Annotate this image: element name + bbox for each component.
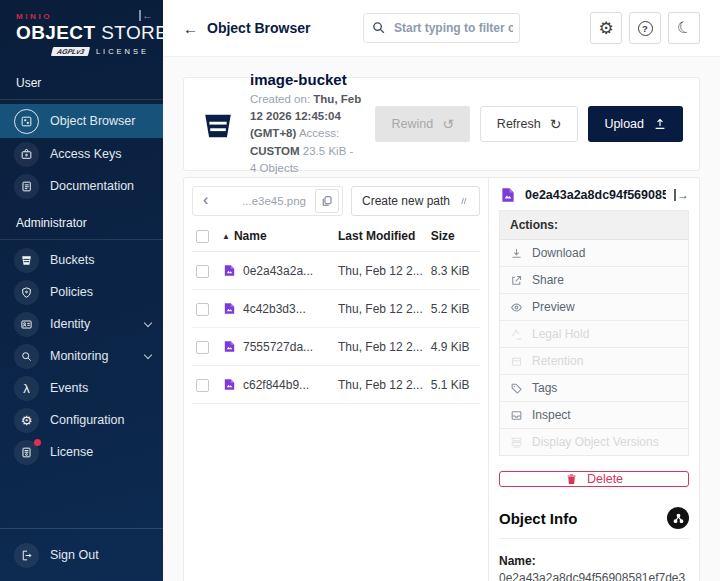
sidebar-item-object-browser[interactable]: Object Browser [0, 104, 163, 138]
object-name: 4c42b3d3... [243, 302, 306, 316]
tags-icon [510, 382, 523, 395]
bucket-header-card: image-bucket Created on: Thu, Feb 12 202… [183, 77, 700, 171]
copy-path-button[interactable] [315, 189, 339, 213]
app-window: ← MINIO OBJECT STORE AGPLv3 LICENSE User… [0, 0, 720, 581]
sidebar-section-administrator: Administrator [0, 202, 163, 240]
moon-icon: ☾ [675, 18, 694, 38]
path-back-icon[interactable]: ‹ [203, 192, 208, 208]
sidebar-item-label: Object Browser [50, 114, 135, 128]
refresh-icon: ↻ [550, 117, 562, 131]
brand-logo: ← MINIO OBJECT STORE AGPLv3 LICENSE [0, 0, 163, 62]
selected-object-name: 0e2a43a2a8dc94f5690858... [525, 188, 666, 202]
sidebar-section-user: User [0, 62, 163, 100]
events-lambda-icon: λ [14, 376, 39, 401]
back-arrow-icon[interactable]: ← [183, 21, 198, 36]
copy-icon [321, 195, 333, 207]
sidebar-item-license[interactable]: License [0, 436, 163, 468]
sidebar-item-policies[interactable]: Policies [0, 276, 163, 308]
identity-card-icon [14, 312, 39, 337]
retention-icon [510, 355, 523, 368]
object-detail-panel: 0e2a43a2a8dc94f5690858... → Actions: Dow… [489, 178, 699, 581]
path-breadcrumb: ‹ ...e3e45.png [192, 186, 343, 216]
object-size: 5.2 KiB [427, 290, 480, 328]
object-name-value: 0e2a43a2a8dc94f56908581ef7de3e45.png [499, 570, 689, 581]
upload-icon [653, 117, 667, 131]
settings-button[interactable]: ⚙ [590, 12, 622, 44]
table-row[interactable]: 4c42b3d3... Thu, Feb 12 2... 5.2 KiB [192, 290, 480, 328]
sidebar-item-label: Configuration [50, 413, 124, 427]
object-list-pane: ‹ ...e3e45.png Create new path [184, 178, 489, 581]
column-header-name[interactable]: ▲Name [218, 220, 334, 252]
gear-icon: ⚙ [598, 20, 613, 37]
create-path-icon [457, 195, 469, 207]
license-icon [14, 440, 39, 465]
sort-asc-icon: ▲ [222, 232, 230, 241]
buckets-icon [14, 248, 39, 273]
sidebar-item-identity[interactable]: Identity [0, 308, 163, 340]
configuration-gear-icon: ⚙ [14, 408, 39, 433]
column-header-size[interactable]: Size [427, 220, 480, 252]
sidebar-item-label: Identity [50, 317, 90, 331]
download-icon [510, 247, 523, 260]
inspect-icon [510, 409, 523, 422]
sidebar-item-configuration[interactable]: ⚙ Configuration [0, 404, 163, 436]
sidebar-item-access-keys[interactable]: Access Keys [0, 138, 163, 170]
sign-out-label: Sign Out [50, 548, 99, 562]
sidebar-item-events[interactable]: λ Events [0, 372, 163, 404]
page-title: Object Browser [207, 20, 310, 36]
sidebar-divider [0, 528, 163, 529]
sidebar-item-label: Access Keys [50, 147, 122, 161]
sidebar-item-documentation[interactable]: Documentation [0, 170, 163, 202]
help-button[interactable]: ? [629, 12, 661, 44]
action-inspect[interactable]: Inspect [500, 402, 688, 429]
bucket-access-value: CUSTOM [250, 145, 300, 157]
bucket-name: image-bucket [250, 71, 361, 88]
table-row[interactable]: 0e2a43a2a... Thu, Feb 12 2... 8.3 KiB [192, 252, 480, 290]
product-name: OBJECT STORE [16, 22, 149, 44]
rewind-icon: ↺ [442, 117, 454, 131]
delete-button[interactable]: Delete [499, 471, 689, 487]
sidebar-item-monitoring[interactable]: Monitoring [0, 340, 163, 372]
close-panel-icon[interactable]: → [674, 189, 689, 201]
upload-button[interactable]: Upload [588, 106, 683, 142]
agpl-badge: AGPLv3 [51, 47, 90, 56]
object-browser-card: ‹ ...e3e45.png Create new path [183, 177, 700, 581]
sidebar-collapse-icon[interactable]: ← [139, 10, 153, 21]
filter-objects-input[interactable] [363, 13, 520, 43]
action-share[interactable]: Share [500, 267, 688, 294]
object-modified: Thu, Feb 12 2... [334, 366, 427, 404]
license-notification-dot [34, 439, 41, 446]
create-new-path-button[interactable]: Create new path [351, 186, 480, 216]
theme-toggle-button[interactable]: ☾ [668, 12, 700, 44]
row-checkbox[interactable] [196, 303, 209, 316]
topbar: ← Object Browser ⚙ ? ☾ [163, 0, 720, 57]
action-download[interactable]: Download [500, 240, 688, 267]
image-file-icon [499, 186, 517, 204]
column-header-last-modified[interactable]: Last Modified [334, 220, 427, 252]
row-checkbox[interactable] [196, 341, 209, 354]
policies-shield-icon [14, 280, 39, 305]
sign-out-button[interactable]: Sign Out [0, 535, 163, 575]
action-preview[interactable]: Preview [500, 294, 688, 321]
row-checkbox[interactable] [196, 379, 209, 392]
documentation-icon [14, 174, 39, 199]
sidebar-item-label: Policies [50, 285, 93, 299]
object-browser-icon [14, 109, 39, 134]
select-all-checkbox[interactable] [196, 230, 209, 243]
content-area: image-bucket Created on: Thu, Feb 12 202… [163, 57, 720, 581]
table-row[interactable]: c62f844b9... Thu, Feb 12 2... 5.1 KiB [192, 366, 480, 404]
metadata-icon[interactable] [667, 507, 689, 529]
table-row[interactable]: 7555727da... Thu, Feb 12 2... 4.9 KiB [192, 328, 480, 366]
action-tags[interactable]: Tags [500, 375, 688, 402]
object-size: 8.3 KiB [427, 252, 480, 290]
sidebar-item-buckets[interactable]: Buckets [0, 244, 163, 276]
license-line: AGPLv3 LICENSE [16, 47, 149, 56]
monitoring-icon [14, 344, 39, 369]
object-modified: Thu, Feb 12 2... [334, 328, 427, 366]
help-icon: ? [638, 21, 653, 36]
actions-label: Actions: [500, 211, 688, 240]
bucket-meta: Created on: Thu, Feb 12 2026 12:45:04 (G… [250, 91, 361, 177]
row-checkbox[interactable] [196, 265, 209, 278]
object-size: 4.9 KiB [427, 328, 480, 366]
refresh-button[interactable]: Refresh ↻ [480, 106, 579, 142]
